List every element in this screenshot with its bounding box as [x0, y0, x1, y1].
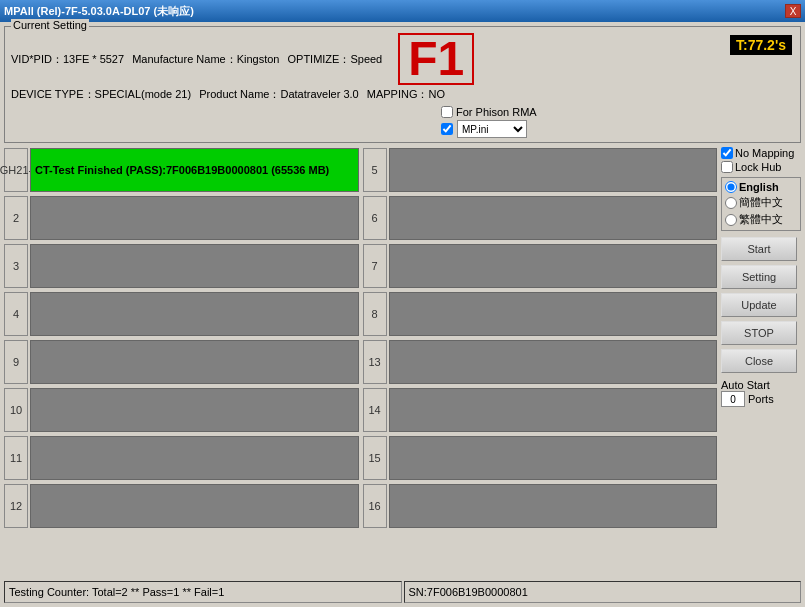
current-setting-label: Current Setting — [11, 19, 89, 31]
mapping-label: MAPPING：NO — [367, 87, 445, 102]
radio-english-input[interactable] — [725, 181, 737, 193]
slot-row-13: 13 — [363, 339, 718, 385]
slot-row-16: 16 — [363, 483, 718, 529]
manufacture-label: Manufacture Name：Kingston — [132, 52, 279, 67]
slot-box-12[interactable] — [30, 484, 359, 528]
slot-box-7[interactable] — [389, 244, 718, 288]
slot-number-5[interactable]: 5 — [363, 148, 387, 192]
setting-button[interactable]: Setting — [721, 265, 797, 289]
body-area: GH21- CT-Test Finished (PASS):7F006B19B0… — [4, 147, 801, 579]
close-window-button[interactable]: X — [785, 4, 801, 18]
mp-ini-select[interactable]: MP.ini — [457, 120, 527, 138]
slot-number-16[interactable]: 16 — [363, 484, 387, 528]
radio-traditional-input[interactable] — [725, 214, 737, 226]
ports-label: Ports — [748, 393, 774, 405]
slot-box-4[interactable] — [30, 292, 359, 336]
device-type-label: DEVICE TYPE：SPECIAL(mode 21) — [11, 87, 191, 102]
slot-number-6[interactable]: 6 — [363, 196, 387, 240]
slot-row-14: 14 — [363, 387, 718, 433]
no-mapping-checkbox[interactable] — [721, 147, 733, 159]
setting-row-2: DEVICE TYPE：SPECIAL(mode 21) Product Nam… — [11, 87, 794, 102]
right-controls-panel: No Mapping Lock Hub English 簡體中文 繁體中文 — [721, 147, 801, 579]
left-slot-column: GH21- CT-Test Finished (PASS):7F006B19B0… — [4, 147, 359, 579]
slot-row-3: 3 — [4, 243, 359, 289]
slot-box-16[interactable] — [389, 484, 718, 528]
mp-ini-checkbox[interactable] — [441, 123, 453, 135]
no-mapping-group: No Mapping — [721, 147, 801, 159]
slot-number-7[interactable]: 7 — [363, 244, 387, 288]
slot-box-2[interactable] — [30, 196, 359, 240]
main-content: Current Setting VID*PID：13FE * 5527 Manu… — [0, 22, 805, 607]
radio-traditional-label: 繁體中文 — [739, 212, 783, 227]
slot-box-13[interactable] — [389, 340, 718, 384]
slot-row-gh21: GH21- CT-Test Finished (PASS):7F006B19B0… — [4, 147, 359, 193]
status-right: SN:7F006B19B0000801 — [404, 581, 802, 603]
slot-row-15: 15 — [363, 435, 718, 481]
radio-simplified-label: 簡體中文 — [739, 195, 783, 210]
ports-input[interactable] — [721, 391, 745, 407]
stop-button[interactable]: STOP — [721, 321, 797, 345]
product-name-label: Product Name：Datatraveler 3.0 — [199, 87, 359, 102]
slot-box-3[interactable] — [30, 244, 359, 288]
setting-row-1: VID*PID：13FE * 5527 Manufacture Name：Kin… — [11, 33, 794, 85]
slot-box-8[interactable] — [389, 292, 718, 336]
slot-number-9[interactable]: 9 — [4, 340, 28, 384]
auto-start-row: Ports — [721, 391, 801, 407]
update-button[interactable]: Update — [721, 293, 797, 317]
for-phison-rma-label: For Phison RMA — [456, 106, 537, 118]
timer-display: T:77.2's — [730, 35, 792, 55]
current-setting-panel: Current Setting VID*PID：13FE * 5527 Manu… — [4, 26, 801, 143]
start-button[interactable]: Start — [721, 237, 797, 261]
lock-hub-label: Lock Hub — [735, 161, 781, 173]
radio-traditional: 繁體中文 — [725, 212, 797, 227]
slot-box-5[interactable] — [389, 148, 718, 192]
for-phison-rma-group: For Phison RMA — [441, 106, 537, 118]
auto-start-label: Auto Start — [721, 379, 801, 391]
slot-number-10[interactable]: 10 — [4, 388, 28, 432]
slot-box-10[interactable] — [30, 388, 359, 432]
slot-row-11: 11 — [4, 435, 359, 481]
slot-box-15[interactable] — [389, 436, 718, 480]
close-button[interactable]: Close — [721, 349, 797, 373]
slot-number-2[interactable]: 2 — [4, 196, 28, 240]
mp-ini-row: MP.ini — [441, 120, 794, 138]
auto-start-section: Auto Start Ports — [721, 379, 801, 407]
vid-pid-label: VID*PID：13FE * 5527 — [11, 52, 124, 67]
slot-number-4[interactable]: 4 — [4, 292, 28, 336]
slot-row-2: 2 — [4, 195, 359, 241]
slot-number-11[interactable]: 11 — [4, 436, 28, 480]
radio-english-label: English — [739, 181, 779, 193]
status-left: Testing Counter: Total=2 ** Pass=1 ** Fa… — [4, 581, 402, 603]
slot-row-7: 7 — [363, 243, 718, 289]
radio-simplified-input[interactable] — [725, 197, 737, 209]
right-slot-column: 5 6 7 8 13 — [363, 147, 718, 579]
status-bar: Testing Counter: Total=2 ** Pass=1 ** Fa… — [4, 581, 801, 603]
slot-number-14[interactable]: 14 — [363, 388, 387, 432]
slot-row-8: 8 — [363, 291, 718, 337]
slot-number-15[interactable]: 15 — [363, 436, 387, 480]
slot-row-9: 9 — [4, 339, 359, 385]
slot-box-6[interactable] — [389, 196, 718, 240]
slot-row-12: 12 — [4, 483, 359, 529]
slot-number-gh21[interactable]: GH21- — [4, 148, 28, 192]
slot-number-3[interactable]: 3 — [4, 244, 28, 288]
slot-box-14[interactable] — [389, 388, 718, 432]
optimize-label: OPTIMIZE：Speed — [287, 52, 382, 67]
radio-english: English — [725, 181, 797, 193]
slot-row-4: 4 — [4, 291, 359, 337]
for-phison-rma-checkbox[interactable] — [441, 106, 453, 118]
language-radio-group: English 簡體中文 繁體中文 — [721, 177, 801, 231]
slot-box-gh21[interactable]: CT-Test Finished (PASS):7F006B19B0000801… — [30, 148, 359, 192]
slot-box-11[interactable] — [30, 436, 359, 480]
slot-number-13[interactable]: 13 — [363, 340, 387, 384]
title-bar: MPAll (Rel)-7F-5.03.0A-DL07 (未响应) X — [0, 0, 805, 22]
title-bar-text: MPAll (Rel)-7F-5.03.0A-DL07 (未响应) — [4, 4, 194, 19]
slot-box-9[interactable] — [30, 340, 359, 384]
lock-hub-checkbox[interactable] — [721, 161, 733, 173]
slot-row-10: 10 — [4, 387, 359, 433]
radio-simplified: 簡體中文 — [725, 195, 797, 210]
slot-number-8[interactable]: 8 — [363, 292, 387, 336]
no-mapping-label: No Mapping — [735, 147, 794, 159]
slot-number-12[interactable]: 12 — [4, 484, 28, 528]
lock-hub-group: Lock Hub — [721, 161, 801, 173]
